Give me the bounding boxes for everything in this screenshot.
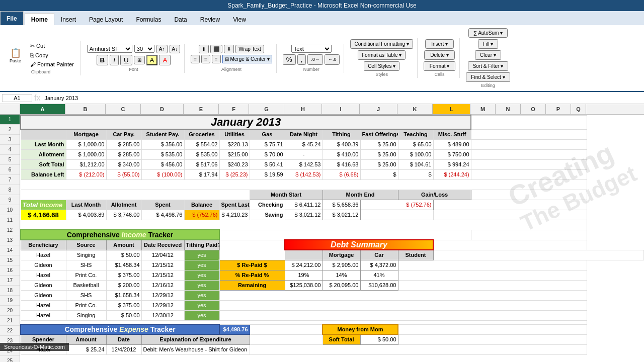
cell-d2[interactable]: Student Pay. <box>141 129 184 139</box>
income-row-3-c[interactable]: $ 375.00 <box>106 270 141 280</box>
col-header-F[interactable]: F <box>219 104 249 114</box>
formula-input[interactable] <box>42 95 642 102</box>
fill-button[interactable]: Fill ▾ <box>478 39 499 49</box>
cell-k2[interactable]: Teaching <box>398 129 433 139</box>
cell-l3[interactable]: $ 489.00 <box>433 139 471 149</box>
income-row-3-d[interactable]: 12/15/12 <box>141 270 184 280</box>
income-row-7-c[interactable]: $ 50.00 <box>106 310 141 320</box>
align-right-button[interactable]: ≡ <box>212 55 221 63</box>
cell-l5[interactable]: $ 994.24 <box>433 159 471 169</box>
income-row-7-d[interactable]: 12/30/12 <box>141 310 184 320</box>
cell-f6[interactable]: $ (25.23) <box>219 169 250 179</box>
cell-i3[interactable]: $ 400.39 <box>323 139 360 149</box>
tab-insert[interactable]: Insert <box>54 13 83 25</box>
cell-b2[interactable]: Mortgage <box>66 129 106 139</box>
income-row-6-c[interactable]: $ 375.00 <box>106 300 141 310</box>
col-header-E[interactable]: E <box>184 104 219 114</box>
cell-d4[interactable]: $ 535.00 <box>141 149 184 159</box>
title-cell[interactable]: January 2013 <box>21 115 471 129</box>
cell-reference-input[interactable] <box>2 94 32 102</box>
cell-b6[interactable]: $ (212.00) <box>66 169 106 179</box>
row-header-6[interactable]: 6 <box>0 165 20 175</box>
cell-i2[interactable]: Tithing <box>323 129 360 139</box>
col-header-C[interactable]: C <box>106 104 141 114</box>
cell-styles-button[interactable]: Cell Styles ▾ <box>364 61 399 71</box>
increase-decimal-button[interactable]: .0→ <box>307 54 323 65</box>
font-color-button[interactable]: A <box>159 55 171 65</box>
income-tracker-header[interactable]: Comprehensive Income Tracker <box>21 230 219 240</box>
cell-e5[interactable]: $ 517.06 <box>184 159 219 169</box>
cell-i10-saving-end[interactable]: $ 3,021.12 <box>323 210 360 220</box>
income-row-4-b[interactable]: Basketball <box>66 280 106 290</box>
cell-c3[interactable]: $ 285.00 <box>106 139 141 149</box>
cell-m1[interactable] <box>471 115 587 129</box>
income-row-6-b[interactable]: Print Co. <box>66 300 106 310</box>
cell-g10-saving[interactable]: Saving <box>250 210 285 220</box>
row-header-20[interactable]: 20 <box>0 306 20 316</box>
cell-e2[interactable]: Groceries <box>184 129 219 139</box>
align-middle-button[interactable]: ⬛ <box>210 45 222 53</box>
cell-e6[interactable]: $ 17.94 <box>184 169 219 179</box>
cell-c4[interactable]: $ 285.00 <box>106 149 141 159</box>
col-header-J[interactable]: J <box>360 104 397 114</box>
clear-button[interactable]: Clear ▾ <box>475 50 501 60</box>
cell-a13[interactable]: Beneficiary <box>21 240 66 250</box>
cell-k8-gainloss-header[interactable]: Gain/Loss <box>398 190 471 200</box>
row-header-12[interactable]: 12 <box>0 225 20 235</box>
row-header-14[interactable]: 14 <box>0 245 20 255</box>
cell-a6[interactable]: Balance Left <box>21 169 66 179</box>
align-top-button[interactable]: ⬆ <box>199 45 209 53</box>
col-header-D[interactable]: D <box>141 104 184 114</box>
row-header-22[interactable]: 22 <box>0 326 20 336</box>
cell-f2[interactable]: Utilities <box>219 129 250 139</box>
income-row-3-b[interactable]: Print Co. <box>66 270 106 280</box>
cell-j3[interactable]: $ 25.00 <box>360 139 398 149</box>
row-header-15[interactable]: 15 <box>0 255 20 265</box>
percent-button[interactable]: % <box>283 54 296 65</box>
cell-a2[interactable] <box>21 129 66 139</box>
row-header-4[interactable]: 4 <box>0 145 20 155</box>
cell-c5[interactable]: $ 340.00 <box>106 159 141 169</box>
cell-j6[interactable]: $ <box>360 169 398 179</box>
income-row-3-e[interactable]: yes <box>184 270 219 280</box>
income-row-2-a[interactable]: Gideon <box>21 260 66 270</box>
font-size-select[interactable]: 30 <box>134 45 154 53</box>
cell-k3[interactable]: $ 65.00 <box>398 139 433 149</box>
align-left-button[interactable]: ≡ <box>191 55 200 63</box>
conditional-formatting-button[interactable]: Conditional Formatting ▾ <box>350 39 413 49</box>
cell-e10-balance[interactable]: $ (752.76) <box>184 210 219 220</box>
copy-button[interactable]: ⎘ Copy <box>28 51 76 59</box>
expense-row-1-d[interactable]: Debit: Men's Wearhouse - Shirt for Gideo… <box>141 344 250 354</box>
income-row-7-a[interactable]: Hazel <box>21 310 66 320</box>
income-row-7-e[interactable]: yes <box>184 310 219 320</box>
format-painter-button[interactable]: 🖌 Format Painter <box>28 60 76 68</box>
cell-g8-month-start-header[interactable]: Month Start <box>250 190 323 200</box>
merge-center-button[interactable]: ⊞ Merge & Center ▾ <box>222 55 272 63</box>
income-row-5-c[interactable]: $1,658.34 <box>106 290 141 300</box>
cell-c2[interactable]: Car Pay. <box>106 129 141 139</box>
cell-b5[interactable]: $1,212.00 <box>66 159 106 169</box>
expense-total-cell[interactable]: $4,498.76 <box>219 324 250 334</box>
cell-g9-checking[interactable]: Checking <box>250 200 285 210</box>
cell-d3[interactable]: $ 356.00 <box>141 139 184 149</box>
income-row-5-a[interactable]: Gideon <box>21 290 66 300</box>
cell-j2[interactable]: Fast Offerings <box>360 129 398 139</box>
insert-button[interactable]: Insert ▾ <box>425 39 454 49</box>
decrease-decimal-button[interactable]: ←.0 <box>325 54 340 65</box>
cell-k5[interactable]: $ 104.61 <box>398 159 433 169</box>
font-name-select[interactable]: Amhurst SF <box>87 45 132 53</box>
income-row-2-e[interactable]: yes <box>184 260 219 270</box>
expense-row-1-b[interactable]: $ 25.24 <box>66 344 106 354</box>
row-header-11[interactable]: 11 <box>0 215 20 225</box>
cell-h5[interactable]: $ 142.53 <box>285 159 323 169</box>
expense-tracker-header[interactable]: Comprehensive Expense Tracker <box>21 324 219 334</box>
cell-d6[interactable]: $ (100.00) <box>141 169 184 179</box>
autosum-button[interactable]: ∑ AutoSum ▾ <box>468 28 508 38</box>
income-row-5-b[interactable]: SHS <box>66 290 106 300</box>
income-row-6-a[interactable]: Hazel <box>21 300 66 310</box>
align-bottom-button[interactable]: ⬇ <box>224 45 234 53</box>
cell-d9-spent[interactable]: Spent <box>141 200 184 210</box>
row-header-7[interactable]: 7 <box>0 175 20 185</box>
col-header-O[interactable]: O <box>521 104 546 114</box>
col-header-I[interactable]: I <box>322 104 360 114</box>
